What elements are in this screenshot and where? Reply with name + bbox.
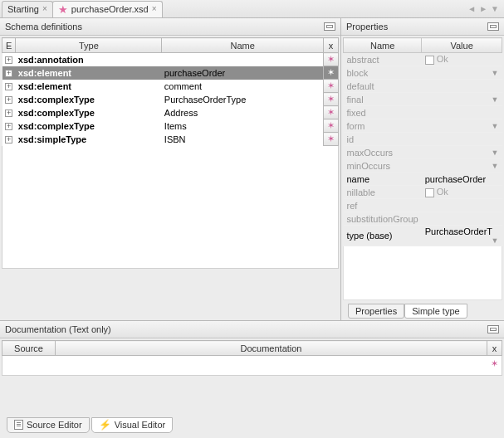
table-row[interactable]: +xsd:simpleTypeISBN✶ [2,133,339,146]
col-name[interactable]: Name [162,38,324,53]
property-name: default [344,80,422,93]
tab-purchaseorder[interactable]: ★ purchaseOrder.xsd × [52,1,163,17]
property-value[interactable]: ▼ [422,119,502,133]
expand-toggle[interactable]: + [2,53,16,66]
tab-simple-type[interactable]: Simple type [404,304,467,319]
remove-row-button[interactable]: ✶ [324,133,339,146]
cell-type: xsd:complexType [16,93,162,106]
property-value[interactable]: ▼ [422,66,502,80]
properties-table: Name Value abstractOkblock▼defaultfinal▼… [343,37,502,246]
col-remove[interactable]: x [487,341,502,356]
tab-properties[interactable]: Properties [348,304,404,319]
remove-row-button[interactable]: ✶ [324,53,339,66]
table-row[interactable]: +xsd:complexTypePurchaseOrderType✶ [2,93,339,106]
restore-icon[interactable] [487,22,499,31]
property-row[interactable]: minOccurs▼ [344,159,502,173]
restore-icon[interactable] [324,22,335,31]
remove-row-button[interactable]: ✶ [324,119,339,133]
chevron-down-icon[interactable]: ▼ [492,95,499,104]
close-icon[interactable]: × [42,5,47,13]
chevron-down-icon[interactable]: ▼ [492,148,499,157]
nav-back-icon[interactable]: ◄ [467,5,476,13]
property-row[interactable]: default [344,80,502,93]
property-row[interactable]: maxOccurs▼ [344,146,502,159]
property-row[interactable]: block▼ [344,66,502,80]
property-row[interactable]: ref [344,199,502,212]
remove-row-button[interactable]: ✶ [324,106,339,119]
cell-type: xsd:complexType [16,119,162,133]
property-value[interactable] [422,106,502,119]
properties-bottom-tabs: Properties Simple type [343,300,502,320]
expand-toggle[interactable]: + [2,66,16,80]
col-documentation[interactable]: Documentation [56,341,487,356]
table-row[interactable]: +xsd:complexTypeAddress✶ [2,106,339,119]
table-row[interactable]: +xsd:complexTypeItems✶ [2,119,339,133]
property-value[interactable] [422,133,502,146]
property-value[interactable]: purchaseOrder [422,173,502,186]
property-value-text: Ok [437,187,448,197]
tab-source-editor[interactable]: Source Editor [7,417,90,433]
editor-tabbar: Starting × ★ purchaseOrder.xsd × ◄ ► ▼ [0,0,504,18]
property-name: form [344,119,422,133]
remove-row-button[interactable]: ✶ [324,80,339,93]
cell-name: PurchaseOrderType [162,93,324,106]
checkbox-icon[interactable] [425,188,434,197]
expand-toggle[interactable]: + [2,106,16,119]
table-row[interactable]: +xsd:elementpurchaseOrder✶ [2,66,339,80]
remove-icon[interactable]: ✶ [491,358,498,369]
col-prop-name[interactable]: Name [344,38,422,53]
close-icon[interactable]: × [152,5,157,13]
property-row[interactable]: abstractOk [344,53,502,66]
property-row[interactable]: substitutionGroup [344,212,502,226]
property-value[interactable]: ▼ [422,146,502,159]
chevron-down-icon[interactable]: ▼ [492,236,499,245]
tab-visual-editor[interactable]: ⚡ Visual Editor [91,417,174,433]
property-row[interactable]: form▼ [344,119,502,133]
tab-starting[interactable]: Starting × [2,1,53,17]
checkbox-icon[interactable] [425,56,434,65]
property-row[interactable]: type (base)PurchaseOrderT▼ [344,226,502,246]
remove-row-button[interactable]: ✶ [324,93,339,106]
property-name: type (base) [344,226,422,246]
nav-forward-icon[interactable]: ► [479,5,487,13]
tab-label: purchaseOrder.xsd [71,4,149,14]
col-expand[interactable]: E [2,38,16,53]
chevron-down-icon[interactable]: ▼ [492,162,499,170]
property-value[interactable] [422,80,502,93]
property-row[interactable]: fixed [344,106,502,119]
property-name: fixed [344,106,422,119]
chevron-down-icon[interactable]: ▼ [492,122,499,130]
property-value[interactable] [422,212,502,226]
plus-icon: + [5,136,12,144]
chevron-down-icon[interactable]: ▼ [492,69,499,77]
property-row[interactable]: nillableOk [344,186,502,199]
expand-toggle[interactable]: + [2,133,16,146]
property-value[interactable]: Ok [422,53,502,66]
property-value[interactable] [422,199,502,212]
expand-toggle[interactable]: + [2,80,16,93]
property-row[interactable]: namepurchaseOrder [344,173,502,186]
property-name: maxOccurs [344,146,422,159]
expand-toggle[interactable]: + [2,119,16,133]
cell-name [162,53,324,66]
col-type[interactable]: Type [16,38,162,53]
col-remove[interactable]: x [324,38,339,53]
property-row[interactable]: id [344,133,502,146]
nav-menu-icon[interactable]: ▼ [491,5,499,13]
table-row[interactable]: +xsd:annotation✶ [2,53,339,66]
property-value[interactable]: ▼ [422,93,502,106]
property-value[interactable]: Ok [422,186,502,199]
remove-row-button[interactable]: ✶ [324,66,339,80]
col-source[interactable]: Source [2,341,56,356]
property-name: final [344,93,422,106]
property-value-text: Ok [437,54,448,64]
property-value[interactable]: ▼ [422,159,502,173]
col-prop-value[interactable]: Value [422,38,502,53]
expand-toggle[interactable]: + [2,93,16,106]
property-name: name [344,173,422,186]
table-row[interactable]: +xsd:elementcomment✶ [2,80,339,93]
property-row[interactable]: final▼ [344,93,502,106]
restore-icon[interactable] [487,325,499,333]
property-value[interactable]: PurchaseOrderT▼ [422,226,502,246]
property-name: ref [344,199,422,212]
